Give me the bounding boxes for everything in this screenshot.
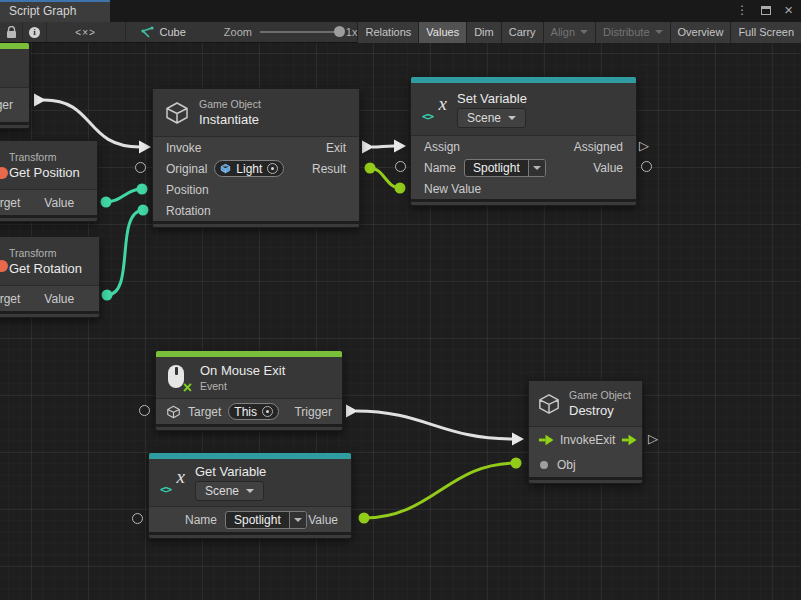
mouseexit-target-ring[interactable] [139, 405, 150, 416]
original-value: Light [236, 162, 262, 176]
zoom-value: 1x [346, 26, 358, 38]
on-mouse-exit-header: × On Mouse Exit Event [156, 357, 342, 399]
carry-button[interactable]: Carry [501, 22, 543, 43]
target-label: Target [0, 292, 20, 306]
values-button[interactable]: Values [418, 22, 466, 43]
tab-script-graph[interactable]: Script Graph [0, 0, 110, 22]
tab-bar: Script Graph ⋮ × [0, 0, 801, 22]
node-partial-event[interactable]: Trigger [0, 43, 30, 129]
chevron-down-icon [655, 30, 663, 34]
info-button[interactable]: i [23, 22, 45, 42]
node-on-mouse-exit[interactable]: × On Mouse Exit Event Target This Trigge… [155, 350, 343, 431]
original-input-ring[interactable] [135, 162, 146, 173]
overview-button[interactable]: Overview [670, 22, 731, 43]
variable-name-dropdown[interactable]: Spotlight [464, 159, 546, 177]
wire-value-to-obj[interactable] [364, 463, 516, 518]
destroy-invoke-port[interactable] [512, 433, 524, 446]
game-object-icon [164, 101, 190, 125]
wire-exit-to-assign[interactable] [372, 146, 394, 147]
dropdown-button[interactable] [528, 160, 545, 176]
wire-trigger-to-destroy[interactable] [356, 411, 512, 439]
zoom-slider-track[interactable] [260, 31, 342, 33]
get-position-value-port[interactable] [101, 197, 112, 208]
invoke-input-port[interactable] [139, 141, 151, 154]
value-label: Value [44, 196, 74, 210]
node-title: Get Variable [195, 464, 266, 479]
node-get-position[interactable]: Transform Get Position Target Value [0, 140, 98, 222]
variable-name-dropdown[interactable]: Spotlight [225, 511, 307, 529]
partial-event-header [0, 49, 29, 88]
invoke-exit-row: Invoke Exit [529, 427, 642, 452]
get-rotation-value-port[interactable] [102, 290, 113, 301]
wires-layer [0, 43, 801, 600]
dim-button[interactable]: Dim [466, 22, 501, 43]
obj-label: Obj [557, 458, 576, 472]
distribute-button[interactable]: Distribute [595, 22, 669, 43]
variable-icon: x <> [160, 469, 186, 496]
node-get-variable[interactable]: x <> Get Variable Scene Name Spotlight [148, 452, 352, 539]
variable-scope-dropdown[interactable]: Scene [195, 481, 264, 501]
setvariable-name-ring[interactable] [395, 161, 406, 172]
name-row: Name Spotlight Value [411, 157, 636, 178]
setvariable-value-ring[interactable] [641, 161, 652, 172]
newvalue-input-port[interactable] [395, 183, 406, 194]
graph-canvas[interactable]: Trigger Transform Get Position Target Va… [0, 43, 801, 600]
trigger-output-port[interactable] [34, 94, 46, 107]
zoom-label: Zoom [224, 26, 252, 38]
node-footer [153, 221, 359, 227]
object-picker-icon[interactable] [267, 163, 278, 174]
mouseexit-trigger-port[interactable] [346, 405, 358, 418]
zoom-slider[interactable] [260, 22, 342, 42]
menu-icon[interactable]: ⋮ [736, 3, 748, 17]
assign-input-port[interactable] [394, 140, 406, 153]
wire-rotation[interactable] [107, 210, 143, 295]
obj-row: Obj [529, 452, 642, 477]
rotation-input-port[interactable] [138, 205, 149, 216]
target-label: Target [0, 196, 20, 210]
lock-button[interactable] [0, 22, 22, 42]
lock-icon [6, 26, 17, 39]
instantiate-header: Game Object Instantiate [153, 89, 359, 137]
getvariable-name-ring[interactable] [132, 513, 143, 524]
relations-button[interactable]: Relations [357, 22, 418, 43]
position-input-port[interactable] [137, 184, 148, 195]
edit-script-button[interactable]: <×> [47, 22, 125, 42]
getvariable-value-port[interactable] [359, 513, 370, 524]
destroy-exit-port[interactable]: ▷ [648, 432, 658, 445]
node-category: Transform [9, 247, 82, 259]
flow-arrow-icon [538, 434, 554, 446]
node-instantiate[interactable]: Game Object Instantiate Invoke Exit Orig… [152, 88, 360, 228]
dropdown-button[interactable] [289, 512, 306, 528]
node-footer [0, 311, 99, 317]
result-output-port[interactable] [365, 163, 376, 174]
code-icon: <×> [75, 27, 96, 38]
obj-port-icon [540, 461, 548, 469]
obj-input-port[interactable] [511, 458, 522, 469]
fullscreen-button[interactable]: Full Screen [730, 22, 801, 43]
object-picker-icon[interactable] [262, 406, 273, 417]
assigned-output-port[interactable]: ▷ [639, 139, 649, 152]
node-get-rotation[interactable]: Transform Get Rotation Target Value [0, 236, 100, 318]
exit-output-port[interactable] [362, 141, 374, 154]
variable-scope-dropdown[interactable]: Scene [457, 108, 526, 128]
maximize-icon[interactable] [761, 6, 771, 15]
value-label: Value [308, 513, 338, 527]
target-object-field[interactable]: This [228, 403, 279, 420]
zoom-slider-handle[interactable] [334, 26, 345, 37]
result-label: Result [312, 162, 346, 176]
original-row: Original Light Result [153, 158, 359, 179]
exit-label: Exit [595, 433, 615, 447]
align-button[interactable]: Align [543, 22, 595, 43]
node-destroy[interactable]: Game Object Destroy Invoke Exit Obj [528, 380, 643, 484]
assigned-label: Assigned [574, 140, 623, 154]
wire-position[interactable] [106, 189, 142, 202]
original-object-field[interactable]: Light [214, 160, 284, 177]
close-icon[interactable]: × [784, 5, 793, 15]
rotation-label: Rotation [166, 204, 211, 218]
tab-title: Script Graph [9, 4, 76, 18]
position-label: Position [166, 183, 209, 197]
node-set-variable[interactable]: x <> Set Variable Scene Assign Assigned … [410, 76, 637, 206]
breadcrumb[interactable]: Cube [140, 26, 186, 39]
name-label: Name [424, 161, 456, 175]
scope-value: Scene [467, 111, 501, 125]
